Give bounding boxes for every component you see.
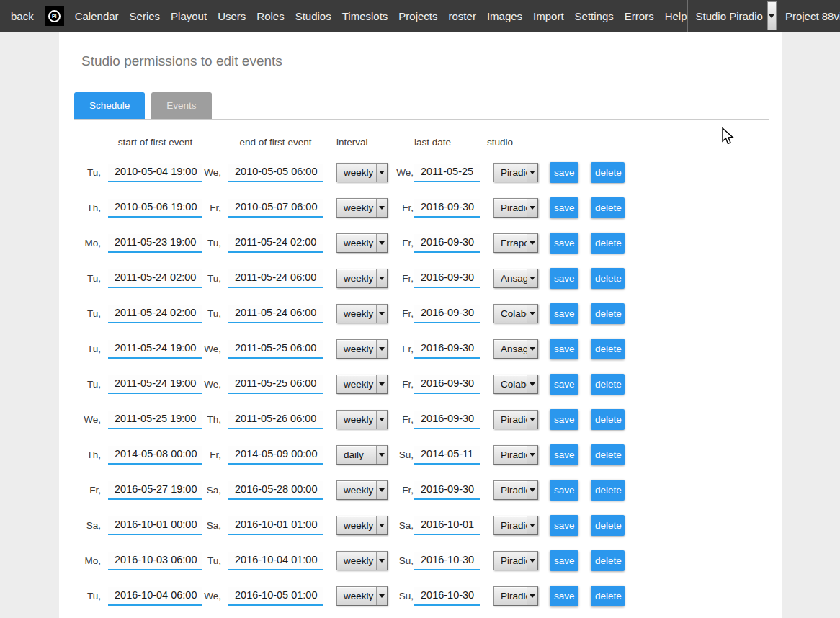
interval-select[interactable]: weekly — [336, 163, 388, 182]
start-datetime-input[interactable] — [108, 305, 202, 323]
save-button[interactable]: save — [550, 515, 578, 536]
select-arrow-button[interactable] — [527, 340, 537, 358]
start-datetime-input[interactable] — [108, 199, 202, 218]
interval-select[interactable]: weekly — [336, 516, 388, 535]
nav-item-import[interactable]: Import — [533, 10, 564, 22]
last-date-input[interactable] — [414, 305, 480, 323]
delete-button[interactable]: delete — [591, 162, 625, 183]
delete-button[interactable]: delete — [591, 515, 625, 536]
delete-button[interactable]: delete — [591, 197, 625, 218]
select-arrow-button[interactable] — [527, 305, 537, 323]
last-date-input[interactable] — [414, 411, 480, 429]
interval-select[interactable]: weekly — [336, 304, 388, 323]
tab-schedule[interactable]: Schedule — [74, 92, 145, 119]
end-datetime-input[interactable] — [228, 340, 323, 359]
studio-select[interactable]: Piradio — [493, 516, 538, 535]
last-date-input[interactable] — [414, 340, 480, 359]
nav-item-studios[interactable]: Studios — [295, 10, 331, 22]
studio-select[interactable]: Colabo — [493, 375, 538, 394]
end-datetime-input[interactable] — [228, 481, 323, 500]
start-datetime-input[interactable] — [108, 587, 202, 606]
last-date-input[interactable] — [414, 234, 480, 253]
last-date-input[interactable] — [414, 481, 480, 500]
select-arrow-button[interactable] — [376, 199, 387, 217]
studio-select[interactable]: Ansage — [493, 269, 538, 288]
end-datetime-input[interactable] — [228, 199, 323, 218]
end-datetime-input[interactable] — [228, 375, 323, 394]
project-selector[interactable]: Project 88vier — [785, 10, 840, 22]
interval-select[interactable]: weekly — [336, 233, 388, 253]
studio-select[interactable]: Piradio — [493, 586, 538, 606]
studio-select[interactable]: Piradio — [493, 198, 538, 218]
end-datetime-input[interactable] — [228, 552, 323, 570]
select-arrow-button[interactable] — [527, 199, 537, 217]
select-arrow-button[interactable] — [527, 446, 537, 464]
studio-select[interactable]: Frrapo — [493, 233, 538, 253]
select-arrow-button[interactable] — [376, 411, 387, 429]
studio-select[interactable]: Piradio — [493, 163, 538, 182]
nav-item-playout[interactable]: Playout — [171, 10, 207, 22]
select-arrow-button[interactable] — [376, 305, 387, 323]
delete-button[interactable]: delete — [591, 409, 625, 430]
select-arrow-button[interactable] — [376, 552, 387, 570]
save-button[interactable]: save — [550, 586, 578, 606]
nav-item-settings[interactable]: Settings — [575, 10, 614, 22]
save-button[interactable]: save — [550, 374, 578, 395]
studio-select[interactable]: Colabo — [493, 304, 538, 323]
select-arrow-button[interactable] — [527, 481, 537, 499]
last-date-input[interactable] — [414, 446, 480, 465]
select-arrow-button[interactable] — [527, 375, 537, 393]
save-button[interactable]: save — [550, 550, 578, 571]
select-arrow-button[interactable] — [376, 516, 387, 534]
save-button[interactable]: save — [550, 303, 578, 324]
delete-button[interactable]: delete — [591, 303, 625, 324]
end-datetime-input[interactable] — [228, 269, 323, 288]
select-arrow-button[interactable] — [376, 446, 387, 464]
interval-select[interactable]: weekly — [336, 198, 388, 218]
start-datetime-input[interactable] — [108, 269, 202, 288]
save-button[interactable]: save — [550, 444, 578, 465]
nav-item-series[interactable]: Series — [130, 10, 161, 22]
end-datetime-input[interactable] — [228, 587, 323, 606]
nav-item-errors[interactable]: Errors — [625, 10, 654, 22]
nav-item-back[interactable]: back — [11, 10, 34, 22]
interval-select[interactable]: daily — [336, 445, 388, 465]
nav-item-roles[interactable]: Roles — [256, 10, 284, 22]
start-datetime-input[interactable] — [108, 481, 202, 500]
delete-button[interactable]: delete — [591, 550, 625, 571]
end-datetime-input[interactable] — [228, 516, 323, 535]
interval-select[interactable]: weekly — [336, 410, 388, 429]
nav-item-roster[interactable]: roster — [449, 10, 476, 22]
select-arrow-button[interactable] — [376, 481, 387, 499]
select-arrow-button[interactable] — [527, 164, 537, 182]
studio-selector[interactable]: Studio Piradio — [696, 10, 763, 22]
delete-button[interactable]: delete — [591, 586, 625, 606]
delete-button[interactable]: delete — [591, 374, 625, 395]
interval-select[interactable]: weekly — [336, 269, 388, 288]
start-datetime-input[interactable] — [108, 164, 202, 182]
nav-item-help[interactable]: Help — [665, 10, 687, 22]
studio-selector-dropdown-button[interactable] — [767, 1, 777, 30]
save-button[interactable]: save — [550, 162, 578, 183]
studio-select[interactable]: Piradio — [493, 551, 538, 570]
end-datetime-input[interactable] — [228, 305, 323, 323]
nav-item-images[interactable]: Images — [487, 10, 522, 22]
interval-select[interactable]: weekly — [336, 339, 388, 359]
end-datetime-input[interactable] — [228, 446, 323, 465]
save-button[interactable]: save — [550, 480, 578, 501]
end-datetime-input[interactable] — [228, 234, 323, 253]
save-button[interactable]: save — [550, 233, 578, 254]
save-button[interactable]: save — [550, 409, 578, 430]
start-datetime-input[interactable] — [108, 446, 202, 465]
start-datetime-input[interactable] — [108, 516, 202, 535]
studio-select[interactable]: Piradio — [493, 410, 538, 429]
last-date-input[interactable] — [414, 375, 480, 394]
nav-item-calendar[interactable]: Calendar — [75, 10, 119, 22]
tab-events[interactable]: Events — [151, 92, 211, 119]
nav-item-timeslots[interactable]: Timeslots — [342, 10, 388, 22]
end-datetime-input[interactable] — [228, 411, 323, 429]
studio-select[interactable]: Ansage — [493, 339, 538, 359]
delete-button[interactable]: delete — [591, 480, 625, 501]
save-button[interactable]: save — [550, 268, 578, 289]
studio-select[interactable]: Piradio — [493, 445, 538, 465]
